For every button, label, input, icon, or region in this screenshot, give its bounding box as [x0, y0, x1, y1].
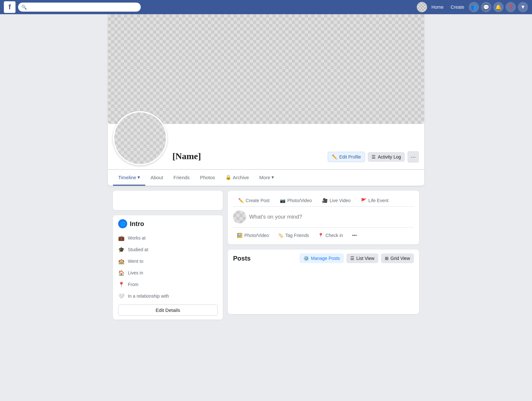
- intro-item-lives: 🏠 Lives in: [118, 267, 218, 279]
- tab-about[interactable]: About: [145, 170, 168, 186]
- navbar-right: Home Create 👥 💬 🔔 ❓ ▼: [417, 2, 528, 12]
- create-link[interactable]: Create: [448, 3, 467, 11]
- intro-item-went: 🏫 Went to: [118, 255, 218, 267]
- posts-controls: ⚙️ Manage Posts ☰ List View ⊞ Grid View: [300, 253, 414, 263]
- pencil-icon: ✏️: [238, 198, 244, 203]
- main-content: 🌐 Intro 💼 Works at 🎓 Studied at 🏫 Went t…: [108, 191, 424, 325]
- notifications-icon[interactable]: 🔔: [493, 2, 504, 12]
- search-icon: 🔍: [21, 5, 27, 10]
- posts-title: Posts: [233, 255, 251, 262]
- profile-info-bar: [Name] ✏️ Edit Profile ☰ Activity Log ··…: [108, 124, 424, 170]
- edit-profile-button[interactable]: ✏️ Edit Profile: [328, 152, 365, 162]
- tab-archive[interactable]: 🔒 Archive: [220, 170, 254, 186]
- messenger-icon[interactable]: 💬: [481, 2, 491, 12]
- live-video-icon: 🎥: [322, 198, 328, 203]
- chevron-down-icon: ▾: [271, 174, 274, 180]
- life-event-tab[interactable]: 🚩 Life Event: [356, 195, 394, 206]
- intro-card: 🌐 Intro 💼 Works at 🎓 Studied at 🏫 Went t…: [113, 215, 223, 320]
- list-icon: ☰: [350, 256, 354, 261]
- post-input-row: [233, 211, 414, 223]
- check-in-button[interactable]: 📍 Check in: [314, 230, 347, 241]
- intro-item-studied: 🎓 Studied at: [118, 244, 218, 255]
- tab-photos[interactable]: Photos: [195, 170, 220, 186]
- list-view-button[interactable]: ☰ List View: [346, 253, 378, 263]
- profile-name: [Name]: [172, 151, 328, 164]
- avatar[interactable]: [417, 2, 427, 12]
- manage-posts-button[interactable]: ⚙️ Manage Posts: [300, 253, 344, 263]
- briefcase-icon: 💼: [118, 235, 125, 241]
- globe-icon: 🌐: [118, 219, 127, 228]
- more-options-button[interactable]: ···: [407, 151, 419, 163]
- navbar: f 🔍 Home Create 👥 💬 🔔 ❓ ▼: [0, 0, 532, 14]
- tag-friends-icon: 🏷️: [278, 233, 283, 238]
- post-create-avatar: [233, 211, 246, 223]
- graduation-cap-icon: 🎓: [118, 246, 125, 253]
- grid-icon: ⊞: [385, 256, 389, 261]
- posts-header: Posts ⚙️ Manage Posts ☰ List View ⊞ Grid…: [233, 253, 414, 263]
- photo-icon: 🖼️: [237, 233, 242, 238]
- post-text-input[interactable]: [249, 214, 414, 220]
- pencil-icon: ✏️: [332, 154, 337, 159]
- cover-photo: [108, 14, 424, 124]
- activity-log-button[interactable]: ☰ Activity Log: [368, 152, 405, 162]
- photo-video-tab[interactable]: 📷 Photo/Video: [275, 195, 317, 206]
- more-post-options-button[interactable]: •••: [348, 230, 361, 241]
- right-column: ✏️ Create Post 📷 Photo/Video 🎥 Live Vide…: [228, 191, 419, 325]
- lock-icon: 🔒: [225, 174, 231, 180]
- edit-details-button[interactable]: Edit Details: [118, 304, 218, 316]
- intro-item-from: 📍 From: [118, 279, 218, 290]
- post-create-box: ✏️ Create Post 📷 Photo/Video 🎥 Live Vide…: [228, 191, 419, 244]
- tag-friends-button[interactable]: 🏷️ Tag Friends: [274, 230, 313, 241]
- spacer-card: [113, 191, 223, 210]
- intro-title: 🌐 Intro: [118, 219, 218, 228]
- profile-actions: ✏️ Edit Profile ☰ Activity Log ···: [328, 151, 419, 163]
- search-bar[interactable]: 🔍: [18, 3, 141, 12]
- heart-icon: 🤍: [118, 293, 125, 299]
- home-icon: 🏠: [118, 270, 125, 276]
- grid-view-button[interactable]: ⊞ Grid View: [381, 253, 414, 263]
- profile-name-area: [Name]: [172, 151, 328, 165]
- friends-icon[interactable]: 👥: [469, 2, 479, 12]
- home-link[interactable]: Home: [429, 3, 446, 11]
- tab-friends[interactable]: Friends: [168, 170, 195, 186]
- post-create-tabs: ✏️ Create Post 📷 Photo/Video 🎥 Live Vide…: [233, 195, 414, 207]
- list-icon: ☰: [372, 154, 376, 159]
- create-post-tab[interactable]: ✏️ Create Post: [233, 195, 275, 206]
- tab-timeline[interactable]: Timeline ▾: [113, 170, 145, 186]
- posts-section: Posts ⚙️ Manage Posts ☰ List View ⊞ Grid…: [228, 250, 419, 314]
- school-icon: 🏫: [118, 258, 125, 264]
- profile-tabs: Timeline ▾ About Friends Photos 🔒 Archiv…: [108, 170, 424, 186]
- check-in-icon: 📍: [318, 233, 323, 238]
- camera-icon: 📷: [280, 198, 285, 203]
- post-create-actions: 🖼️ Photo/Video 🏷️ Tag Friends 📍 Check in…: [233, 227, 414, 241]
- search-input[interactable]: [29, 5, 138, 10]
- location-pin-icon: 📍: [118, 281, 125, 288]
- left-column: 🌐 Intro 💼 Works at 🎓 Studied at 🏫 Went t…: [113, 191, 223, 325]
- dropdown-icon[interactable]: ▼: [518, 2, 528, 12]
- tab-more[interactable]: More ▾: [254, 170, 279, 186]
- profile-container: [Name] ✏️ Edit Profile ☰ Activity Log ··…: [108, 14, 424, 186]
- profile-avatar-wrapper: [113, 111, 167, 165]
- help-icon[interactable]: ❓: [506, 2, 516, 12]
- photo-video-action-button[interactable]: 🖼️ Photo/Video: [233, 230, 273, 241]
- intro-item-relationship: 🤍 In a relationship with: [118, 290, 218, 302]
- facebook-logo[interactable]: f: [4, 1, 15, 13]
- chevron-down-icon: ▾: [138, 174, 140, 180]
- ellipsis-icon: •••: [352, 233, 357, 238]
- sliders-icon: ⚙️: [303, 256, 309, 261]
- profile-avatar: [113, 111, 167, 165]
- flag-icon: 🚩: [361, 198, 366, 203]
- intro-item-works: 💼 Works at: [118, 232, 218, 244]
- live-video-tab[interactable]: 🎥 Live Video: [317, 195, 356, 206]
